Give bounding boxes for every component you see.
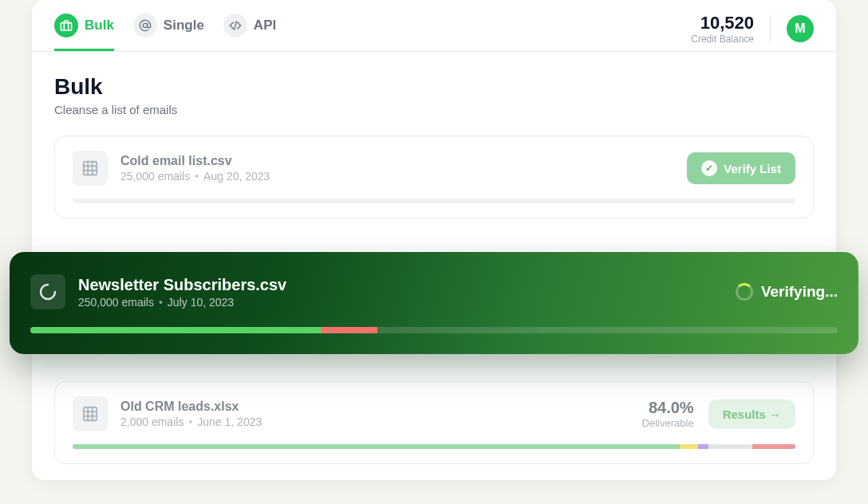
svg-rect-8	[84, 408, 97, 421]
credit-label: Credit Balance	[691, 33, 754, 45]
file-meta: 250,000 emails•July 10, 2023	[78, 296, 723, 309]
verifying-status: Verifying...	[736, 283, 838, 301]
file-name: Cold email list.csv	[120, 154, 674, 168]
spinner-icon	[736, 283, 753, 301]
file-card-done: Old CRM leads.xlsx 2,000 emails•June 1, …	[54, 381, 814, 464]
avatar[interactable]: M	[787, 15, 814, 42]
deliverable-label: Deliverable	[642, 417, 694, 429]
button-label: Verify List	[724, 162, 781, 175]
credit-value: 10,520	[691, 13, 754, 33]
verify-list-button[interactable]: ✓ Verify List	[687, 152, 795, 184]
segment-invalid	[321, 327, 377, 333]
file-info: Old CRM leads.xlsx 2,000 emails•June 1, …	[120, 400, 629, 428]
segment-risky	[680, 444, 698, 449]
segment-deliverable	[73, 444, 680, 449]
tab-single[interactable]: Single	[133, 14, 204, 51]
loading-icon	[30, 274, 65, 309]
svg-line-2	[235, 21, 237, 30]
briefcase-icon	[54, 14, 78, 37]
segment-duplicate	[708, 444, 752, 449]
segment-deliverable	[30, 327, 321, 333]
segment-unknown	[698, 444, 709, 449]
divider	[770, 15, 771, 42]
progress-bar	[30, 327, 838, 333]
code-icon	[223, 14, 247, 37]
tab-api[interactable]: API	[223, 14, 276, 51]
svg-rect-3	[84, 162, 97, 175]
tab-label: API	[254, 18, 276, 33]
header-right: 10,520 Credit Balance M	[691, 13, 814, 51]
file-name: Old CRM leads.xlsx	[120, 400, 629, 414]
at-icon	[133, 14, 157, 37]
file-name: Newsletter Subscribers.csv	[78, 276, 723, 294]
deliverable-percent: 84.0%	[642, 399, 694, 417]
main-card: Bulk Single API 10,520 Credit Balance	[32, 0, 836, 480]
page-title: Bulk	[54, 74, 814, 100]
deliverable-metric: 84.0% Deliverable	[642, 399, 694, 429]
tab-label: Single	[164, 18, 204, 33]
file-card-verifying: Newsletter Subscribers.csv 250,000 email…	[10, 252, 858, 354]
file-card-pending: Cold email list.csv 25,000 emails•Aug 20…	[54, 136, 814, 219]
section-title: Bulk Cleanse a list of emails	[32, 52, 836, 116]
file-info: Cold email list.csv 25,000 emails•Aug 20…	[120, 154, 674, 183]
tabs: Bulk Single API	[54, 14, 276, 51]
svg-point-1	[143, 23, 147, 27]
credit-balance: 10,520 Credit Balance	[691, 13, 754, 45]
tab-bulk[interactable]: Bulk	[54, 14, 114, 51]
progress-bar-empty	[73, 199, 795, 203]
file-info: Newsletter Subscribers.csv 250,000 email…	[78, 276, 723, 309]
check-icon: ✓	[701, 160, 717, 176]
button-label: Results →	[723, 408, 781, 421]
header: Bulk Single API 10,520 Credit Balance	[32, 0, 836, 51]
spreadsheet-icon	[73, 151, 108, 186]
spreadsheet-icon	[73, 396, 108, 431]
status-label: Verifying...	[761, 283, 838, 301]
tab-label: Bulk	[85, 18, 114, 33]
results-button[interactable]: Results →	[708, 400, 795, 429]
file-meta: 2,000 emails•June 1, 2023	[120, 415, 629, 428]
progress-bar	[73, 444, 795, 449]
page-subtitle: Cleanse a list of emails	[54, 103, 814, 116]
segment-invalid	[752, 444, 795, 449]
svg-rect-0	[61, 22, 71, 30]
file-meta: 25,000 emails•Aug 20, 2023	[120, 170, 674, 183]
avatar-initial: M	[795, 22, 805, 36]
